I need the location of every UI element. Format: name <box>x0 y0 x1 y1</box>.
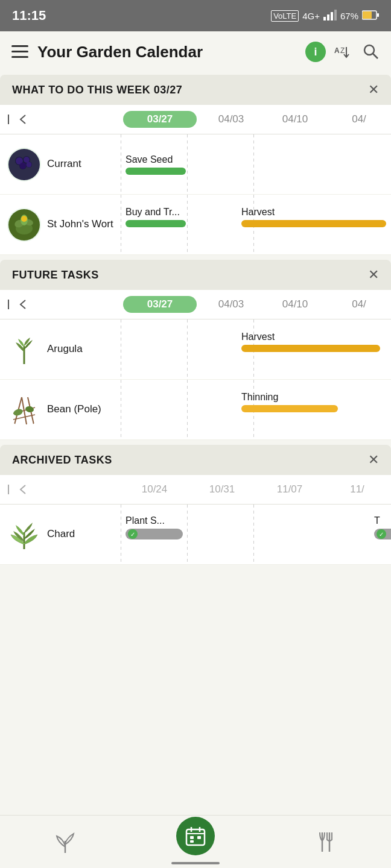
chard-info: Chard <box>0 505 121 564</box>
archived-tasks-timeline: 10/24 10/31 11/07 11/ <box>0 475 391 565</box>
nav-plants[interactable] <box>0 830 130 854</box>
future-tasks-title: FUTURE TASKS <box>12 269 99 281</box>
future-tasks-close[interactable]: ✕ <box>368 268 379 281</box>
svg-rect-8 <box>11 51 28 52</box>
date-04x[interactable]: 04/ <box>327 111 391 128</box>
nav-recipes[interactable] <box>261 830 391 854</box>
scroll-left-button[interactable] <box>7 113 27 125</box>
chard-checkmark-2: ✓ <box>377 529 386 539</box>
svg-point-23 <box>20 162 27 169</box>
search-button[interactable] <box>361 42 381 62</box>
archived-tasks-close[interactable]: ✕ <box>368 453 379 467</box>
future-date-0403[interactable]: 04/03 <box>199 296 263 313</box>
currant-info: Currant <box>0 134 121 194</box>
currant-row: Currant Save Seed <box>0 134 391 195</box>
this-week-header: WHAT TO DO THIS WEEK 03/27 ✕ <box>0 75 391 105</box>
svg-rect-9 <box>11 56 28 58</box>
status-time: 11:15 <box>12 8 46 24</box>
future-date-04x[interactable]: 04/ <box>327 296 391 313</box>
archived-date-header: 10/24 10/31 11/07 11/ <box>0 475 391 505</box>
bean-row: Bean (Pole) Thinning <box>0 380 391 440</box>
date-cells: 03/27 04/03 04/10 04/ <box>121 111 391 128</box>
stjohns-avatar <box>7 208 41 242</box>
page-title: Your Garden Calendar <box>37 43 298 61</box>
sort-button[interactable]: A Z <box>333 42 354 62</box>
battery-shape <box>362 10 379 22</box>
status-icons: VoLTE 4G+ 67% <box>271 10 379 22</box>
svg-rect-3 <box>334 10 337 20</box>
svg-rect-1 <box>327 14 329 20</box>
currant-task: Save Seed <box>126 154 186 175</box>
arugula-avatar <box>7 333 41 366</box>
stjohns-harvest-bar <box>241 220 386 227</box>
plant-col-nav <box>0 113 121 125</box>
future-tasks-timeline: 03/27 04/03 04/10 04/ Arugula <box>0 290 391 440</box>
future-tasks-header: FUTURE TASKS ✕ <box>0 260 391 290</box>
chard-avatar <box>7 518 41 552</box>
future-date-cells: 03/27 04/03 04/10 04/ <box>121 296 391 313</box>
bean-thinning-label: Thinning <box>241 392 338 403</box>
bean-task: Thinning <box>241 392 338 412</box>
stjohns-timeline: Buy and Tr... Harvest <box>121 195 391 254</box>
date-0327[interactable]: 03/27 <box>123 111 197 128</box>
svg-rect-7 <box>11 45 28 47</box>
archived-scroll-left[interactable] <box>7 483 27 495</box>
archived-date-cells: 10/24 10/31 11/07 11/ <box>121 481 391 498</box>
svg-point-30 <box>21 216 27 222</box>
archived-plant-col <box>0 483 121 495</box>
future-scroll-left[interactable] <box>7 298 27 310</box>
svg-text:A: A <box>334 46 340 55</box>
menu-button[interactable] <box>10 42 30 62</box>
future-date-0410[interactable]: 04/10 <box>263 296 327 313</box>
nav-calendar[interactable] <box>130 829 261 855</box>
calendar-center-button[interactable] <box>176 817 215 855</box>
info-button[interactable]: i <box>305 42 326 62</box>
svg-point-22 <box>24 157 30 163</box>
archived-date-1024[interactable]: 10/24 <box>121 481 188 498</box>
archived-date-1031[interactable]: 10/31 <box>188 481 256 498</box>
arugula-name: Arugula <box>47 342 83 356</box>
arugula-harvest-bar <box>241 345 380 352</box>
svg-rect-49 <box>190 840 194 843</box>
future-date-0327[interactable]: 03/27 <box>123 296 197 313</box>
stjohns-buy-bar <box>126 220 186 227</box>
svg-rect-43 <box>186 829 205 845</box>
svg-rect-6 <box>363 11 372 19</box>
chard-plant-label: Plant S... <box>126 515 183 526</box>
date-0410[interactable]: 04/10 <box>263 111 327 128</box>
bean-thinning-bar <box>241 405 338 412</box>
chard-t-bar: ✓ <box>374 529 391 539</box>
this-week-close[interactable]: ✕ <box>368 83 379 96</box>
archived-tasks-title: ARCHIVED TASKS <box>12 454 112 467</box>
archived-date-1107[interactable]: 11/07 <box>256 481 323 498</box>
future-tasks-section: FUTURE TASKS ✕ 03/27 04/03 04/10 04/ <box>0 260 391 440</box>
chard-row: Chard Plant S... ✓ T ✓ <box>0 505 391 565</box>
bean-name: Bean (Pole) <box>47 403 101 416</box>
this-week-title: WHAT TO DO THIS WEEK 03/27 <box>12 84 182 96</box>
bean-avatar <box>7 393 41 427</box>
status-bar: 11:15 VoLTE 4G+ 67% <box>0 0 391 31</box>
chard-t-label: T <box>374 515 391 526</box>
archived-date-11x[interactable]: 11/ <box>323 481 391 498</box>
svg-rect-48 <box>197 836 201 839</box>
svg-line-14 <box>373 54 378 58</box>
this-week-timeline: 03/27 04/03 04/10 04/ <box>0 105 391 255</box>
stjohns-harvest-label: Harvest <box>241 207 386 218</box>
signal-icon: 4G+ <box>302 11 320 21</box>
svg-rect-0 <box>323 17 326 20</box>
signal-bars <box>323 10 337 22</box>
archived-tasks-section: ARCHIVED TASKS ✕ 10/24 10/31 11/07 11/ <box>0 445 391 565</box>
arugula-info: Arugula <box>0 319 121 379</box>
stjohns-name: St John's Wort <box>47 218 113 231</box>
scroll-indicator <box>171 862 220 864</box>
svg-text:Z: Z <box>340 46 345 55</box>
arugula-harvest-label: Harvest <box>241 332 380 342</box>
currant-task-label: Save Seed <box>126 154 186 165</box>
chard-t-task: T ✓ <box>374 515 391 539</box>
date-0403[interactable]: 04/03 <box>199 111 263 128</box>
currant-timeline: Save Seed <box>121 134 391 194</box>
svg-rect-5 <box>377 13 379 17</box>
chard-checkmark-1: ✓ <box>128 529 138 539</box>
future-plant-col <box>0 298 121 310</box>
stjohns-info: St John's Wort <box>0 195 121 254</box>
